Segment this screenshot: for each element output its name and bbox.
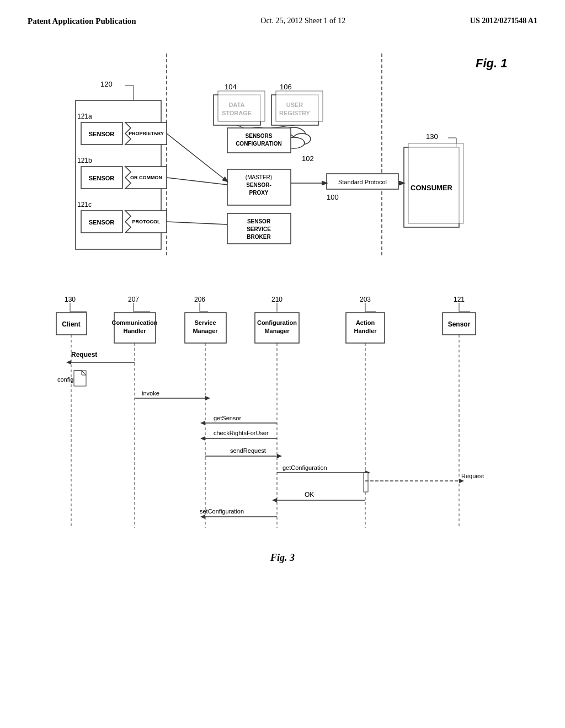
svg-marker-101 — [200, 421, 205, 425]
svg-text:(MASTER): (MASTER) — [246, 174, 272, 180]
label-121b: 121b — [77, 157, 92, 164]
svg-text:getSensor: getSensor — [214, 415, 241, 421]
figure-3-svg: 130 207 206 210 203 121 — [40, 291, 525, 544]
figure-1-container: Fig. 1 120 130 104 106 102 100 DATA STOR… — [40, 37, 525, 274]
header-patent-number: US 2012/0271548 A1 — [470, 17, 537, 25]
svg-rect-111 — [364, 473, 368, 492]
svg-text:CONFIGURATION: CONFIGURATION — [236, 141, 282, 147]
svg-text:Request: Request — [461, 473, 484, 479]
svg-text:Standard Protocol: Standard Protocol — [338, 179, 387, 185]
fig3-label-210: 210 — [271, 296, 282, 303]
figure-1-svg: Fig. 1 120 130 104 106 102 100 DATA STOR… — [40, 37, 525, 274]
svg-line-44 — [167, 178, 227, 185]
fig3-label-203: 203 — [360, 296, 371, 303]
svg-text:SENSORS: SENSORS — [246, 133, 273, 139]
svg-text:PROPRIETARY: PROPRIETARY — [129, 131, 164, 136]
page-header: Patent Application Publication Oct. 25, … — [28, 17, 537, 26]
header-date-sheet: Oct. 25, 2012 Sheet 1 of 12 — [260, 17, 345, 25]
svg-marker-104 — [200, 436, 205, 441]
svg-text:invoke: invoke — [142, 390, 159, 397]
fig3-label-130: 130 — [65, 296, 76, 303]
label-102: 102 — [302, 154, 314, 163]
label-104: 104 — [225, 83, 237, 91]
svg-text:SENSOR-: SENSOR- — [246, 182, 271, 188]
fig3-label-121: 121 — [454, 296, 465, 303]
svg-text:Action: Action — [356, 319, 375, 326]
label-100: 100 — [327, 193, 339, 201]
label-121c: 121c — [77, 201, 92, 208]
svg-line-45 — [167, 222, 227, 224]
svg-text:Service: Service — [194, 319, 216, 326]
svg-marker-107 — [277, 454, 282, 458]
label-121a: 121a — [77, 113, 92, 120]
svg-rect-13 — [276, 91, 323, 121]
svg-text:BROKER: BROKER — [247, 234, 271, 240]
svg-marker-91 — [66, 360, 71, 365]
label-106: 106 — [280, 83, 292, 91]
svg-text:Configuration: Configuration — [257, 319, 297, 326]
svg-text:OR COMMON: OR COMMON — [130, 175, 162, 180]
svg-text:Manager: Manager — [193, 328, 218, 334]
svg-text:sendRequest: sendRequest — [230, 447, 266, 454]
label-130: 130 — [426, 132, 438, 141]
svg-text:getConfiguration: getConfiguration — [282, 464, 327, 471]
svg-text:PROXY: PROXY — [249, 190, 268, 196]
svg-text:SENSOR: SENSOR — [89, 131, 115, 137]
fig3-label-207: 207 — [128, 296, 139, 303]
svg-text:OK: OK — [305, 491, 314, 499]
svg-text:SENSOR: SENSOR — [89, 219, 115, 226]
fig3-label: Fig. 3 — [270, 552, 295, 563]
svg-line-43 — [167, 133, 227, 181]
svg-marker-113 — [459, 479, 464, 483]
fig3-label-206: 206 — [194, 296, 205, 303]
svg-text:Handler: Handler — [354, 328, 377, 334]
svg-text:CONSUMER: CONSUMER — [411, 184, 452, 192]
svg-text:Client: Client — [62, 320, 80, 328]
label-120: 120 — [100, 80, 113, 88]
svg-text:SERVICE: SERVICE — [247, 226, 271, 232]
svg-rect-9 — [218, 91, 265, 121]
svg-text:PROTOCOL: PROTOCOL — [132, 219, 161, 224]
fig1-label: Fig. 1 — [476, 56, 507, 70]
svg-text:checkRightsForUser: checkRightsForUser — [214, 430, 269, 436]
svg-text:SENSOR: SENSOR — [89, 175, 115, 181]
svg-text:Communication: Communication — [111, 319, 157, 326]
page: Patent Application Publication Oct. 25, … — [0, 0, 565, 728]
svg-text:SENSOR: SENSOR — [247, 218, 271, 224]
svg-marker-98 — [205, 396, 210, 400]
svg-marker-120 — [200, 515, 205, 519]
svg-text:Handler: Handler — [124, 328, 147, 334]
svg-text:Request: Request — [71, 351, 97, 358]
svg-text:Sensor: Sensor — [448, 320, 471, 328]
svg-text:setConfiguration: setConfiguration — [200, 508, 244, 515]
figure-3-container: 130 207 206 210 203 121 — [40, 291, 525, 544]
svg-text:Manager: Manager — [264, 328, 290, 334]
header-publication-label: Patent Application Publication — [28, 17, 136, 26]
svg-marker-117 — [272, 498, 277, 502]
